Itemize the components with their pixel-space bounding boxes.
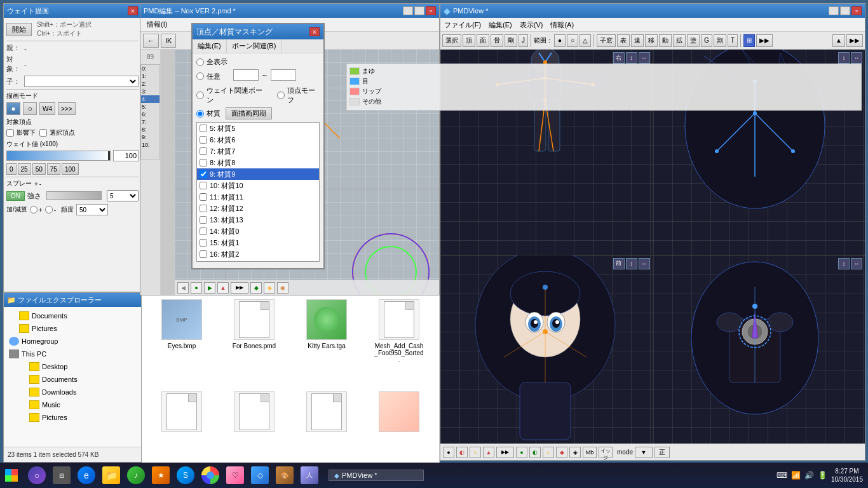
file-item-blank2[interactable] [220,391,288,458]
selected-checkbox[interactable] [39,129,47,137]
vb-correct-btn[interactable]: 正 [654,447,670,458]
vt-btn-move[interactable]: 移 [645,34,658,47]
vt-btn-select[interactable]: 選択 [442,34,461,47]
file-item-mesh[interactable]: Mesh_Add_Cash_Foot950_Sorted. [365,299,433,386]
taskbar-app-skype[interactable]: S [174,465,197,485]
file-item-blank1[interactable] [148,391,215,458]
mat-item-13[interactable]: 13: 材質13 [197,214,319,226]
face-sync-btn[interactable]: 面描画同期 [226,107,272,119]
mat-check-16[interactable] [200,250,207,258]
vb-btn-8[interactable]: ○ [543,447,554,458]
sidebar-item-pictures2[interactable]: Pictures [4,411,141,424]
start-button[interactable] [0,466,23,484]
sidebar-item-desktop[interactable]: Desktop [4,360,141,373]
preset-0[interactable]: 0 [6,163,17,175]
taskbar-active-pmdview[interactable]: ◆ PMDView * [329,470,424,481]
keyboard-icon[interactable]: ⌨ [776,471,787,480]
view-quad-bottomleft[interactable]: 前 ↕ ↔ [440,255,653,461]
weight-panel-close[interactable]: × [128,6,138,15]
vp-btn-7[interactable]: ◈ [264,282,275,294]
vt-btn-arrows-right[interactable]: ▶▶ [756,34,773,47]
menu-info[interactable]: 情報(I) [143,18,171,32]
volume-icon[interactable]: 🔊 [804,471,814,480]
bl-ctrl-updown[interactable]: ↕ [626,258,637,269]
mat-check-14[interactable] [200,227,207,235]
vt-btn-far[interactable]: 遠 [631,34,644,47]
vb-btn-10[interactable]: ◈ [569,447,581,458]
mat-item-8[interactable]: 8: 材質8 [197,157,319,168]
taskbar-app-music[interactable]: ♪ [125,465,147,485]
plus-radio[interactable] [30,206,37,214]
mat-check-12[interactable] [200,205,207,212]
taskbar-app-5[interactable]: ★ [149,465,172,485]
sidebar-item-thispc[interactable]: This PC [4,348,141,360]
draw-w4-btn[interactable]: W4 [39,102,55,115]
spray-on-btn[interactable]: ON [6,191,25,201]
tl-ctrl-updown[interactable]: ↕ [626,52,637,64]
taskbar-app-filemanager[interactable]: 📁 [100,465,123,485]
plus-radio-group[interactable]: + [30,206,43,214]
bl-ctrl-front[interactable]: 前 [613,258,625,269]
vp-btn-4[interactable]: ▲ [217,282,229,294]
pmd-view-close[interactable]: × [851,6,862,15]
radio-all[interactable] [196,58,204,66]
vt-btn-paint[interactable]: 塗 [687,34,700,47]
vt-btn-bone[interactable]: 骨 [491,34,503,47]
view-menu-edit[interactable]: 編集(E) [485,18,516,32]
tl-ctrl-right[interactable]: 右 [613,52,625,64]
mat-item-10[interactable]: 10: 材質10 [197,180,319,191]
toolbar-ik-btn[interactable]: IK [161,34,176,48]
mat-item-11[interactable]: 11: 材質11 [197,191,319,203]
vp-btn-2[interactable]: ● [191,282,202,294]
taskbar-app-10[interactable]: 🎨 [273,465,296,485]
pmd-view-maximize[interactable]: □ [840,6,850,15]
sidebar-item-documents2[interactable]: Documents [4,373,141,386]
vt-btn-grid[interactable]: ⊞ [743,34,755,47]
mat-check-7[interactable] [200,147,207,155]
material-mask-close[interactable]: × [309,27,320,36]
vt-btn-face[interactable]: 面 [477,34,489,47]
taskbar-app-9[interactable]: ◇ [248,465,271,485]
toolbar-arrow-btn[interactable]: ← [143,34,159,48]
taskbar-app-8[interactable]: ♡ [224,465,247,485]
shadow-checkbox[interactable] [6,129,14,137]
mat-check-11[interactable] [200,193,207,201]
taskbar-app-11[interactable]: 人 [298,465,321,485]
vb-btn-it[interactable]: イッジ [599,447,613,458]
preset-25[interactable]: 25 [18,163,31,175]
shadow-check-label[interactable]: 影響下 [6,128,36,137]
vp-btn-5[interactable]: ▶▶ [231,282,248,294]
taskbar-clock[interactable]: 8:27 PM 10/30/2015 [831,467,863,484]
vt-btn-rotate[interactable]: 動 [659,34,672,47]
view-quad-bottomright[interactable]: ↕ ↔ [653,255,865,461]
network-icon[interactable]: 📶 [791,471,801,480]
file-item-img[interactable] [365,391,433,458]
vb-btn-7[interactable]: ◐ [529,447,541,458]
view-menu-view[interactable]: 表示(V) [516,18,547,32]
vb-btn-9[interactable]: ◆ [556,447,567,458]
vt-btn-table[interactable]: 表 [617,34,630,47]
vt-btn-circle[interactable]: ○ [567,34,578,47]
radio-material[interactable] [196,110,204,118]
draw-dot-btn[interactable]: ● [6,102,20,115]
vb-btn-mb[interactable]: Mb [583,447,597,458]
vt-nav-up[interactable]: ▲ [832,34,845,47]
dialog-menu-edit[interactable]: 編集(E) [193,39,227,53]
child-select[interactable] [24,76,139,87]
vp-btn-3[interactable]: ▶ [204,282,215,294]
vt-nav-right[interactable]: ▶▶ [846,34,863,47]
sidebar-item-homegroup[interactable]: Homegroup [4,335,141,348]
view-menu-file[interactable]: ファイル(F) [440,18,485,32]
selected-check-label[interactable]: 選択頂点 [39,128,75,137]
mat-item-12[interactable]: 12: 材質12 [197,203,319,214]
preset-75[interactable]: 75 [47,163,60,175]
file-item-kittyears[interactable]: Kitty Ears.tga [293,299,360,386]
vt-btn-divide[interactable]: 割 [714,34,726,47]
vp-btn-6[interactable]: ◆ [250,282,262,294]
mat-check-10[interactable] [200,182,207,189]
vb-btn-3[interactable]: ○ [470,447,481,458]
sidebar-item-downloads[interactable]: Downloads [4,386,141,398]
weight-slider[interactable] [6,151,111,161]
bl-ctrl-leftright[interactable]: ↔ [639,258,650,269]
mat-check-8[interactable] [200,159,207,166]
